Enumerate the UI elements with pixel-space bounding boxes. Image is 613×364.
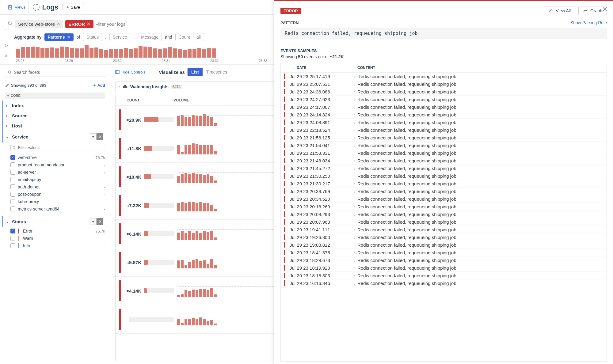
aggregate-count-select[interactable]: Count bbox=[175, 33, 193, 41]
checkbox[interactable] bbox=[10, 170, 15, 175]
facet-service[interactable]: ⌄Service ▾ ✕ bbox=[2, 131, 105, 142]
facet-status[interactable]: ⌄Status ▾ ✕ bbox=[2, 216, 105, 227]
event-row[interactable]: Jul 29 23:20:07.963›Redis connection fai… bbox=[281, 218, 607, 226]
remove-pill-icon[interactable]: ✕ bbox=[67, 35, 70, 40]
aggregate-message-select[interactable]: Message bbox=[138, 33, 162, 41]
event-row[interactable]: Jul 29 23:21:54.041›Redis connection fai… bbox=[281, 142, 607, 149]
facet-value[interactable]: Error76.7k bbox=[5, 227, 105, 235]
chevron-right-icon: › bbox=[354, 104, 356, 110]
facet-filter-icon[interactable]: ▾ bbox=[90, 133, 97, 140]
query-pill-service[interactable]: Service:web-store ✕ bbox=[15, 20, 63, 28]
event-row[interactable]: Jul 29 23:24:27.623›Redis connection fai… bbox=[281, 96, 607, 103]
facet-index[interactable]: ›Index bbox=[2, 100, 105, 111]
checkbox[interactable] bbox=[10, 243, 15, 248]
event-row[interactable]: Jul 29 23:25:07.531›Redis connection fai… bbox=[281, 80, 607, 88]
views-button[interactable]: Views bbox=[5, 0, 29, 14]
col-count[interactable]: COUNT bbox=[119, 98, 171, 102]
event-row[interactable]: Jul 29 23:24:14.824›Redis connection fai… bbox=[281, 111, 607, 119]
checkbox[interactable] bbox=[10, 199, 15, 204]
col-date[interactable]: ↓DATE bbox=[293, 66, 357, 70]
event-row[interactable]: Jul 29 23:21:30.250›Redis connection fai… bbox=[281, 172, 607, 180]
event-row[interactable]: Jul 29 23:18:41.375›Redis connection fai… bbox=[281, 249, 607, 256]
hide-controls-button[interactable]: Hide Controls bbox=[115, 70, 146, 74]
facet-value[interactable]: web-store76.7k bbox=[5, 154, 105, 161]
chevron-right-icon: › bbox=[354, 181, 356, 186]
event-row[interactable]: Jul 29 23:20:39.769›Redis connection fai… bbox=[281, 188, 607, 195]
add-facet-button[interactable]: + Add bbox=[93, 83, 105, 88]
query-input[interactable] bbox=[95, 21, 272, 27]
event-row[interactable]: Jul 29 23:18:18.303›Redis connection fai… bbox=[281, 272, 607, 279]
event-row[interactable]: Jul 29 23:18:29.673›Redis connection fai… bbox=[281, 256, 607, 264]
error-badge: ERROR bbox=[280, 8, 301, 14]
event-row[interactable]: Jul 29 23:21:48.034›Redis connection fai… bbox=[281, 157, 607, 165]
facet-value[interactable]: post-coupon- bbox=[5, 191, 105, 198]
chevron-right-icon: › bbox=[354, 143, 356, 148]
event-row[interactable]: Jul 29 23:25:17.419›Redis connection fai… bbox=[281, 73, 607, 80]
viz-timeseries[interactable]: Timeseries bbox=[203, 68, 231, 76]
remove-pill-icon[interactable]: ✕ bbox=[57, 21, 60, 26]
facet-value[interactable]: kube-proxy- bbox=[5, 198, 105, 205]
facet-search[interactable] bbox=[5, 68, 105, 77]
filter-values-input[interactable] bbox=[18, 145, 103, 150]
event-row[interactable]: Jul 29 23:18:19.920›Redis connection fai… bbox=[281, 264, 607, 272]
view-all-button[interactable]: View All bbox=[544, 6, 575, 15]
event-row[interactable]: Jul 29 23:24:17.067›Redis connection fai… bbox=[281, 103, 607, 111]
event-row[interactable]: Jul 29 23:20:16.269›Redis connection fai… bbox=[281, 203, 607, 210]
save-button[interactable]: Save bbox=[63, 3, 84, 11]
query-pill-error[interactable]: ERROR ✕ bbox=[65, 20, 93, 28]
event-row[interactable]: Jul 29 23:21:53.331›Redis connection fai… bbox=[281, 149, 607, 157]
event-row[interactable]: Jul 29 23:19:03.812›Redis connection fai… bbox=[281, 241, 607, 249]
aggregate-patterns-pill[interactable]: Patterns ✕ bbox=[44, 33, 73, 41]
y-axis-top: 1k bbox=[5, 44, 9, 47]
event-row[interactable]: Jul 29 23:22:18.524›Redis connection fai… bbox=[281, 126, 607, 134]
checkbox[interactable] bbox=[10, 162, 15, 167]
aggregate-status-select[interactable]: Status bbox=[83, 33, 102, 41]
facet-value[interactable]: ad-server- bbox=[5, 169, 105, 176]
facet-value[interactable]: auth-dotnet- bbox=[5, 183, 105, 191]
event-row[interactable]: Jul 29 23:24:36.086›Redis connection fai… bbox=[281, 88, 607, 96]
facet-value[interactable]: Warn- bbox=[5, 235, 105, 242]
facet-filter-icon[interactable]: ▾ bbox=[90, 218, 97, 225]
event-row[interactable]: Jul 29 23:20:34.520›Redis connection fai… bbox=[281, 195, 607, 203]
viz-list[interactable]: List bbox=[188, 68, 203, 76]
close-icon[interactable]: ✕ bbox=[602, 6, 607, 13]
event-row[interactable]: Jul 29 23:21:56.125›Redis connection fai… bbox=[281, 134, 607, 142]
event-row[interactable]: Jul 29 23:24:08.891›Redis connection fai… bbox=[281, 119, 607, 126]
facet-search-input[interactable] bbox=[14, 70, 102, 75]
svg-rect-11 bbox=[124, 85, 126, 86]
checkbox[interactable] bbox=[10, 236, 15, 241]
col-content[interactable]: CONTENT bbox=[357, 66, 603, 70]
events-subheading: Showing 50 events out of ~21.2K bbox=[280, 54, 607, 59]
aggregate-service-select[interactable]: Service bbox=[109, 33, 131, 41]
event-row[interactable]: Jul 29 23:20:08.293›Redis connection fai… bbox=[281, 210, 607, 218]
filter-values-input-wrap[interactable] bbox=[10, 144, 105, 151]
event-row[interactable]: Jul 29 23:21:45.272›Redis connection fai… bbox=[281, 165, 607, 172]
checkbox[interactable] bbox=[10, 229, 15, 233]
checkbox[interactable] bbox=[10, 155, 15, 160]
checkbox[interactable] bbox=[10, 177, 15, 182]
event-row[interactable]: Jul 29 23:19:26.800›Redis connection fai… bbox=[281, 233, 607, 241]
checkbox[interactable] bbox=[10, 184, 15, 189]
checkbox[interactable] bbox=[10, 192, 15, 197]
event-row[interactable]: Jul 29 23:21:30.217›Redis connection fai… bbox=[281, 180, 607, 188]
chevron-right-icon: › bbox=[354, 265, 356, 271]
facet-value[interactable]: product-recommendation- bbox=[5, 161, 105, 169]
query-input-wrap[interactable]: Service:web-store ✕ ERROR ✕ bbox=[5, 18, 275, 30]
event-row[interactable]: Jul 29 23:19:41.111›Redis connection fai… bbox=[281, 226, 607, 233]
event-row[interactable]: Jul 29 23:16:16.846›Redis connection fai… bbox=[281, 279, 607, 287]
timeline-chart[interactable] bbox=[16, 45, 271, 58]
facet-remove-icon[interactable]: ✕ bbox=[97, 218, 103, 225]
facet-remove-icon[interactable]: ✕ bbox=[97, 133, 103, 140]
remove-pill-icon[interactable]: ✕ bbox=[87, 21, 90, 26]
facet-section-core[interactable]: ▾CORE bbox=[5, 93, 105, 99]
facet-value[interactable]: Info- bbox=[5, 242, 105, 249]
search-icon bbox=[13, 146, 16, 150]
chevron-right-icon: › bbox=[354, 242, 356, 248]
checkbox[interactable] bbox=[10, 207, 15, 211]
facet-value[interactable]: email-api-py- bbox=[5, 176, 105, 183]
facet-host[interactable]: ›Host bbox=[2, 121, 105, 131]
facet-source[interactable]: ›Source bbox=[2, 111, 105, 121]
aggregate-all-select[interactable]: all bbox=[193, 33, 204, 41]
show-parsing-rule[interactable]: Show Parsing Rule bbox=[570, 20, 607, 25]
facet-value[interactable]: metrics-server-amd64- bbox=[5, 205, 105, 213]
